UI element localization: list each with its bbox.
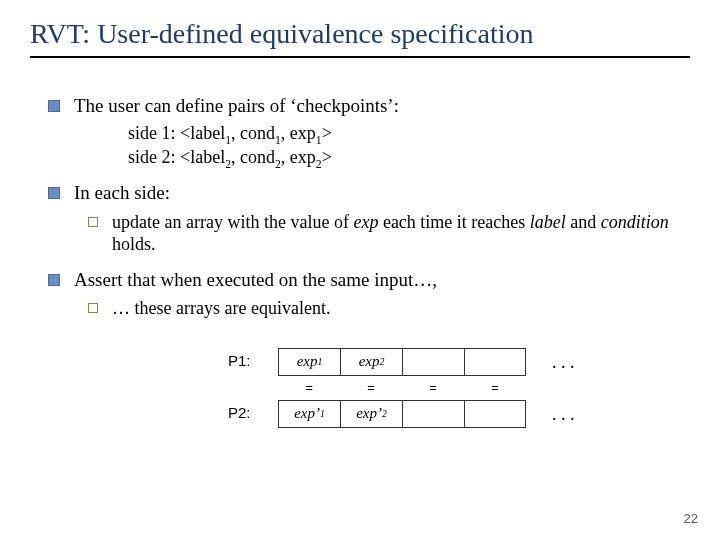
t: > xyxy=(322,123,332,143)
cell: exp1 xyxy=(278,348,340,376)
t: , exp xyxy=(281,123,316,143)
t: update an array with the value of xyxy=(112,212,353,232)
cell-empty xyxy=(402,348,464,376)
body: The user can define pairs of ‘checkpoint… xyxy=(0,64,720,430)
cell: exp2 xyxy=(340,348,402,376)
slide-title: RVT: User-defined equivalence specificat… xyxy=(30,18,690,50)
row-p2: P2: exp’1 exp’2 . . . xyxy=(228,398,672,430)
cond-italic: condition xyxy=(601,212,669,232)
open-square-bullet-icon xyxy=(88,303,98,313)
t: holds. xyxy=(112,234,156,254)
label-italic: label xyxy=(530,212,566,232)
t: side 2: <label xyxy=(128,147,225,167)
bullet-3: Assert that when executed on the same in… xyxy=(48,268,672,292)
bullet-3-sub: … these arrays are equivalent. xyxy=(48,297,672,320)
p1-label: P1: xyxy=(228,352,278,371)
t: , cond xyxy=(231,147,275,167)
t: exp’ xyxy=(294,404,320,423)
cell-empty xyxy=(464,400,526,428)
cell-empty xyxy=(464,348,526,376)
bullet-3-text: Assert that when executed on the same in… xyxy=(74,268,437,292)
eq: = xyxy=(340,380,402,396)
bullet-3-sub-text: … these arrays are equivalent. xyxy=(112,297,330,320)
bullet-1: The user can define pairs of ‘checkpoint… xyxy=(48,94,672,118)
bullet-1-content: The user can define pairs of ‘checkpoint… xyxy=(74,94,399,118)
square-bullet-icon xyxy=(48,187,60,199)
p1-array: exp1 exp2 xyxy=(278,348,526,376)
eq-row: = = = = xyxy=(228,378,672,398)
page-number: 22 xyxy=(684,511,698,526)
t: exp xyxy=(297,352,318,371)
t: , exp xyxy=(281,147,316,167)
t: each time it reaches xyxy=(378,212,529,232)
cell: exp’2 xyxy=(340,400,402,428)
t: > xyxy=(322,147,332,167)
p2-label: P2: xyxy=(228,404,278,423)
square-bullet-icon xyxy=(48,100,60,112)
dots: . . . xyxy=(552,351,575,374)
square-bullet-icon xyxy=(48,274,60,286)
title-rule xyxy=(30,56,690,58)
bullet-1-text: The user can define pairs of ‘checkpoint… xyxy=(74,94,399,118)
checkpoint-spec: side 1: <label1, cond1, exp1> side 2: <l… xyxy=(48,122,672,169)
side1-line: side 1: <label1, cond1, exp1> xyxy=(128,122,672,145)
dots: . . . xyxy=(552,403,575,426)
bullet-2: In each side: xyxy=(48,181,672,205)
cell-empty xyxy=(402,400,464,428)
t: and xyxy=(566,212,601,232)
t: exp’ xyxy=(356,404,382,423)
title-area: RVT: User-defined equivalence specificat… xyxy=(0,0,720,64)
eq: = xyxy=(402,380,464,396)
eq: = xyxy=(278,380,340,396)
p2-array: exp’1 exp’2 xyxy=(278,400,526,428)
exp-italic: exp xyxy=(353,212,378,232)
t: exp xyxy=(359,352,380,371)
cell: exp’1 xyxy=(278,400,340,428)
slide: RVT: User-defined equivalence specificat… xyxy=(0,0,720,540)
bullet-2-text: In each side: xyxy=(74,181,170,205)
array-diagram: P1: exp1 exp2 . . . = = = = P2: exp’1 xyxy=(48,346,672,430)
bullet-2-sub: update an array with the value of exp ea… xyxy=(48,211,672,256)
t: , cond xyxy=(231,123,275,143)
side2-line: side 2: <label2, cond2, exp2> xyxy=(128,146,672,169)
bullet-2-sub-text: update an array with the value of exp ea… xyxy=(112,211,672,256)
eq: = xyxy=(464,380,526,396)
t: side 1: <label xyxy=(128,123,225,143)
open-square-bullet-icon xyxy=(88,217,98,227)
row-p1: P1: exp1 exp2 . . . xyxy=(228,346,672,378)
